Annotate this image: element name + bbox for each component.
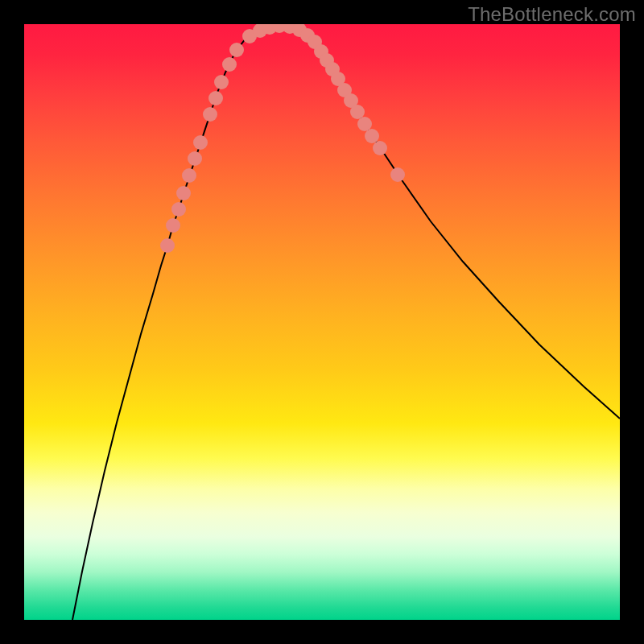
watermark-text: TheBottleneck.com (468, 3, 636, 26)
curve-marker (214, 75, 229, 89)
curve-marker (160, 238, 175, 253)
curve-marker (373, 141, 387, 155)
chart-frame: TheBottleneck.com (0, 0, 644, 644)
curve-marker (390, 167, 405, 182)
curve-marker (357, 117, 372, 131)
curve-svg (24, 24, 620, 620)
marker-group (160, 24, 405, 253)
bottleneck-curve-line (72, 26, 620, 620)
curve-marker (365, 129, 379, 143)
curve-marker (193, 135, 208, 150)
curve-marker (350, 105, 365, 119)
curve-marker (188, 151, 202, 166)
curve-marker (176, 186, 191, 200)
curve-marker (229, 43, 244, 57)
plot-area (24, 24, 620, 620)
curve-marker (203, 107, 217, 122)
curve-marker (171, 202, 186, 217)
curve-marker (182, 168, 196, 183)
curve-marker (208, 91, 223, 105)
curve-marker (222, 57, 237, 72)
curve-marker (166, 218, 180, 233)
